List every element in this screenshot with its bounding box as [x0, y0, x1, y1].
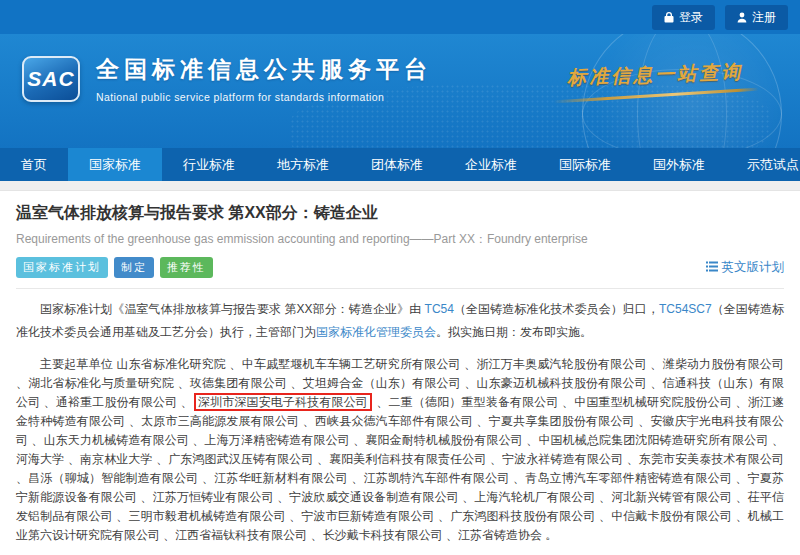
slogan: 标准信息一站查询 [552, 58, 758, 100]
drafting-unit-label: 主要起草单位 [40, 357, 117, 371]
intro-text: 国家标准计划《温室气体排放核算与报告要求 第XX部分：铸造企业》由 [40, 302, 425, 316]
platform-subtitle-en: National public service platform for sta… [96, 91, 432, 103]
drafting-unit-item: 宁夏共享集团股份有限公司 [489, 414, 635, 428]
drafting-unit-item: 江苏省铸造协会 [458, 528, 542, 542]
nav-item-0[interactable]: 首页 [0, 148, 68, 181]
nav-item-6[interactable]: 国际标准 [538, 148, 632, 181]
drafting-unit-item: 宁波永祥铸造有限公司 [502, 452, 623, 466]
drafting-unit-item: 襄阳美利信科技有限责任公司 [329, 452, 486, 466]
drafting-unit-item: 青岛立博汽车零部件精密铸造有限公司 [525, 471, 732, 485]
english-version-label: 英文版计划 [722, 259, 785, 276]
inline-link[interactable]: TC54SC7 [659, 302, 712, 316]
drafting-unit-item: 江苏华旺新材料有限公司 [214, 471, 348, 485]
drafting-unit-item: 宁波欣威交通设备制造有限公司 [289, 490, 459, 504]
login-button[interactable]: 登录 [652, 5, 715, 30]
topbar: 登录 注册 [0, 0, 800, 34]
drafting-units-paragraph: 主要起草单位 山东省标准化研究院 、中车戚墅堰机车车辆工艺研究所有限公司 、浙江… [16, 355, 784, 545]
login-label: 登录 [679, 9, 703, 26]
drafting-unit-item: 艾坦姆合金（山东）有限公司 [303, 376, 461, 390]
drafting-unit-item: 南京林业大学 [80, 452, 153, 466]
drafting-unit-item: 长沙戴卡科技有限公司 [323, 528, 443, 542]
inline-link[interactable]: 国家标准化管理委员会 [316, 325, 436, 339]
nav-item-8[interactable]: 示范试点 [726, 148, 800, 181]
nav-bottom-strip [0, 181, 800, 191]
register-label: 注册 [752, 9, 776, 26]
english-version-link[interactable]: 英文版计划 [706, 259, 785, 276]
drafting-unit-item: 上海汽轮机厂有限公司 [474, 490, 595, 504]
drafting-unit-item: 中国机械总院集团沈阳铸造研究所有限公司 [538, 433, 768, 447]
drafting-unit-item: 三明市毅君机械铸造有限公司 [128, 509, 285, 523]
drafting-unit-item: 山东省标准化研究院 [117, 357, 227, 371]
drafting-unit-item: 广东鸿图科技股份有限公司 [450, 509, 595, 523]
drafting-unit-item: 西峡县众德汽车部件有限公司 [315, 414, 473, 428]
drafting-unit-item: 昌泺（聊城）智能制造有限公司 [28, 471, 198, 485]
nav-item-3[interactable]: 地方标准 [256, 148, 350, 181]
drafting-unit-item: 宁波市巨新铸造有限公司 [301, 509, 434, 523]
tag-badge-0: 国家标准计划 [16, 257, 108, 278]
drafting-unit-item: 东莞市安美泰技术有限公司 [639, 452, 784, 466]
drafting-unit-item: 中信戴卡股份有限公司 [611, 509, 732, 523]
page-subtitle-en: Requirements of the greenhouse gas emmis… [16, 231, 784, 248]
plan-intro-paragraph: 国家标准计划《温室气体排放核算与报告要求 第XX部分：铸造企业》由 TC54（全… [16, 298, 784, 344]
intro-text: （全国铸造标准化技术委员会）归口， [454, 302, 659, 316]
drafting-unit-item: 山东天力机械铸造有限公司 [44, 433, 189, 447]
drafting-unit-item: 上海万泽精密铸造有限公司 [205, 433, 350, 447]
drafting-unit-item: 二重（德阳）重型装备有限公司 [389, 395, 559, 409]
drafting-unit-item: 浙江万丰奥威汽轮股份有限公司 [476, 357, 646, 371]
divider [16, 288, 784, 289]
content-area: 温室气体排放核算与报告要求 第XX部分：铸造企业 Requirements of… [0, 203, 800, 555]
drafting-unit-item: 玫德集团有限公司 [190, 376, 287, 390]
drafting-unit-item: 广东鸿图武汉压铸有限公司 [168, 452, 313, 466]
nav-item-4[interactable]: 团体标准 [350, 148, 444, 181]
platform-title: 全国标准信息公共服务平台 [96, 54, 432, 85]
drafting-unit-item: 通裕重工股份有限公司 [56, 395, 177, 409]
nav-item-5[interactable]: 企业标准 [444, 148, 538, 181]
tag-badge-1: 制定 [114, 257, 154, 278]
drafting-unit-item: 太原市三高能源发展有限公司 [141, 414, 299, 428]
drafting-unit-item: 襄阳金耐特机械股份有限公司 [365, 433, 522, 447]
nav-item-1[interactable]: 国家标准 [68, 148, 162, 181]
page-title: 温室气体排放核算与报告要求 第XX部分：铸造企业 [16, 203, 784, 224]
drafting-unit-item: 江苏凯特汽车部件有限公司 [364, 471, 510, 485]
sac-logo: SAC [22, 56, 80, 102]
status-badges: 国家标准计划制定推荐性 [16, 257, 213, 278]
drafting-unit-item: 河北新兴铸管有限公司 [611, 490, 732, 504]
nav-item-2[interactable]: 行业标准 [162, 148, 256, 181]
lock-icon [664, 12, 674, 23]
user-icon [737, 12, 747, 23]
drafting-unit-item: 山东豪迈机械科技股份有限公司 [477, 376, 647, 390]
drafting-unit-item: 湖北省标准化与质量研究院 [28, 376, 174, 390]
drafting-unit-item: 潍柴动力股份有限公司 [662, 357, 784, 371]
site-banner: SAC 全国标准信息公共服务平台 National public service… [0, 34, 800, 148]
tag-badge-2: 推荐性 [160, 257, 213, 278]
main-nav: 首页国家标准行业标准地方标准团体标准企业标准国际标准国外标准示范试点技术委员会 [0, 148, 800, 181]
list-icon [706, 261, 718, 275]
drafting-unit-item-highlighted: 深圳市深国安电子科技有限公司 [194, 393, 372, 411]
drafting-unit-item: 中车戚墅堰机车车辆工艺研究所有限公司 [242, 357, 461, 371]
drafting-unit-item: 江苏万恒铸业有限公司 [153, 490, 274, 504]
inline-link[interactable]: TC54 [425, 302, 454, 316]
register-button[interactable]: 注册 [725, 5, 788, 30]
drafting-unit-item: 中国重型机械研究院股份公司 [574, 395, 732, 409]
drafting-unit-item: 河海大学 [16, 452, 64, 466]
intro-text: 。拟实施日期：发布即实施。 [436, 325, 592, 339]
nav-item-7[interactable]: 国外标准 [632, 148, 726, 181]
drafting-unit-item: 江西省福钛科技有限公司 [175, 528, 307, 542]
slogan-text: 标准信息一站查询 [552, 58, 758, 91]
